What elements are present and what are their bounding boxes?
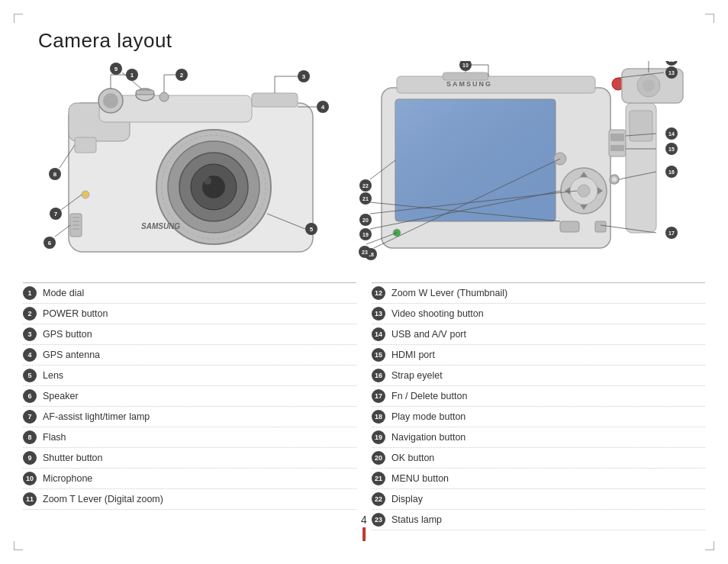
svg-text:2: 2 [180,72,184,79]
svg-rect-67 [595,221,606,232]
page-number-text: 4 [361,514,367,526]
svg-point-22 [82,191,89,198]
label-number: 17 [372,389,385,403]
svg-text:15: 15 [668,147,675,152]
svg-text:6: 6 [48,240,52,247]
label-number: 9 [23,451,37,465]
list-item: 2POWER button [23,304,356,324]
list-item: 18Play mode button [372,407,705,427]
label-number: 16 [372,369,385,382]
label-number: 22 [372,492,385,506]
label-text: AF-assist light/timer lamp [43,411,150,422]
list-item: 6Speaker [23,386,356,407]
list-item: 20OK button [372,448,705,469]
svg-text:12: 12 [668,61,675,63]
label-number: 4 [23,348,37,362]
label-number: 12 [372,286,385,300]
label-text: Speaker [43,391,79,401]
svg-point-12 [103,93,118,108]
svg-text:14: 14 [668,131,675,137]
list-item: 7AF-assist light/timer lamp [23,407,356,427]
list-item: 17Fn / Delete button [372,386,705,407]
svg-point-8 [204,177,211,185]
cameras-area: SAMSUNG 1 2 3 4 5 [23,61,705,275]
svg-text:8: 8 [53,171,57,178]
label-text: Zoom W Lever (Thumbnail) [391,288,507,298]
label-number: 8 [23,430,37,444]
camera-front-svg: SAMSUNG 1 2 3 4 5 [23,61,359,267]
list-item: 5Lens [23,366,356,386]
list-item: 4GPS antenna [23,345,356,366]
corner-mark-tl [14,14,23,23]
label-number: 11 [23,492,37,506]
svg-text:1: 1 [130,72,134,79]
label-number: 7 [23,410,37,424]
svg-text:7: 7 [54,211,58,218]
svg-text:13: 13 [668,70,675,76]
label-text: GPS button [43,329,92,340]
label-number: 5 [23,369,37,382]
label-text: Fn / Delete button [391,391,467,401]
label-text: POWER button [43,308,108,319]
label-text: Microphone [43,473,92,484]
svg-text:3: 3 [302,73,306,80]
svg-rect-16 [252,93,298,107]
list-item: 1Mode dial [23,282,356,304]
list-item: 12Zoom W Lever (Thumbnail) [372,282,705,304]
list-item: 3GPS button [23,324,356,345]
svg-text:20: 20 [362,218,369,223]
svg-text:22: 22 [362,183,369,189]
svg-text:SAMSUNG: SAMSUNG [446,80,492,88]
label-text: Shutter button [43,453,103,463]
label-number: 21 [372,472,385,485]
svg-rect-72 [610,145,624,151]
label-number: 6 [23,389,37,403]
corner-mark-bl [14,541,23,550]
svg-text:19: 19 [362,232,369,237]
label-text: MENU button [391,473,449,484]
label-number: 10 [23,472,37,485]
label-text: Display [391,494,423,504]
right-labels-column: 12Zoom W Lever (Thumbnail)13Video shooti… [372,282,705,530]
svg-rect-69 [443,73,488,80]
page-title: Camera layout [38,29,172,53]
list-item: 9Shutter button [23,448,356,469]
corner-mark-tr [705,14,714,23]
list-item: 16Strap eyelet [372,366,705,386]
list-item: 10Microphone [23,469,356,489]
page-number-bar [362,527,366,541]
label-text: Flash [43,432,66,443]
svg-text:SAMSUNG: SAMSUNG [141,222,180,230]
list-item: 21MENU button [372,469,705,489]
left-labels-column: 1Mode dial2POWER button3GPS button4GPS a… [23,282,356,530]
label-number: 1 [23,286,37,300]
svg-point-60 [578,185,590,197]
camera-back-diagram: SAMSUNG 10 11 12 13 [359,61,710,275]
camera-front-diagram: SAMSUNG 1 2 3 4 5 [23,61,359,275]
svg-rect-71 [610,134,624,141]
label-number: 19 [372,430,385,444]
list-item: 22Display [372,489,705,510]
label-text: GPS antenna [43,350,100,360]
list-item: 23Status lamp [372,510,705,530]
label-number: 14 [372,327,385,341]
svg-text:5: 5 [310,226,314,233]
camera-back-svg: SAMSUNG 10 11 12 13 [359,61,710,267]
svg-rect-65 [560,221,579,232]
corner-mark-br [705,541,714,550]
svg-rect-56 [395,99,556,221]
label-text: Status lamp [391,514,442,525]
label-text: OK button [391,453,434,463]
svg-text:4: 4 [321,104,325,111]
svg-text:16: 16 [668,169,675,175]
svg-text:23: 23 [362,250,368,255]
label-number: 23 [372,513,385,527]
svg-rect-14 [136,90,154,95]
label-text: Lens [43,370,63,381]
label-number: 13 [372,307,385,321]
label-text: Zoom T Lever (Digital zoom) [43,494,163,504]
label-text: Video shooting button [391,308,484,319]
list-item: 14USB and A/V port [372,324,705,345]
list-item: 19Navigation button [372,427,705,448]
svg-rect-78 [630,111,652,141]
